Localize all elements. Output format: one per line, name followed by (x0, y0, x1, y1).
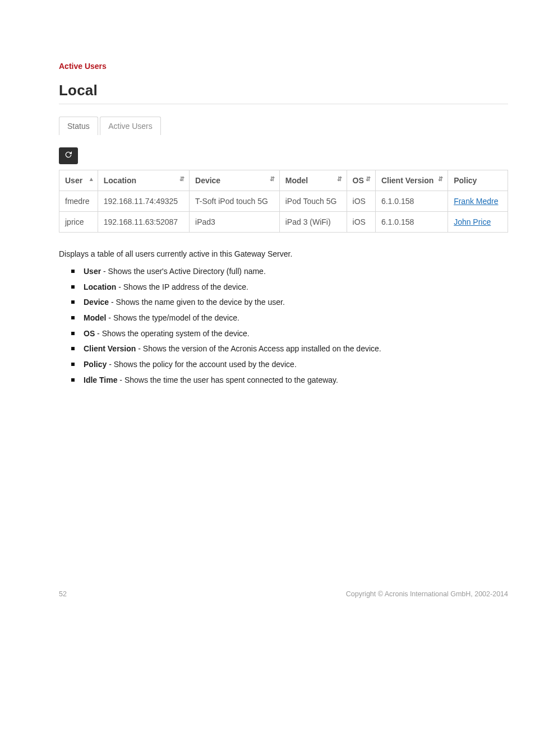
col-location[interactable]: Location ⇵ (98, 170, 189, 191)
page-number: 52 (59, 590, 67, 598)
col-os-label: OS (353, 176, 364, 185)
col-model[interactable]: Model ⇵ (279, 170, 347, 191)
col-device[interactable]: Device ⇵ (190, 170, 280, 191)
policy-link[interactable]: John Price (454, 217, 491, 226)
list-item: Model - Shows the type/model of the devi… (71, 310, 508, 326)
panel-title: Local (59, 78, 508, 104)
field-term: Idle Time (84, 375, 117, 384)
col-policy-label: Policy (454, 176, 477, 185)
page-content: Active Users Local Status Active Users U… (0, 0, 535, 388)
col-user[interactable]: User ▴ (59, 170, 98, 191)
col-client-version[interactable]: Client Version ⇵ (375, 170, 448, 191)
field-term: Client Version (84, 344, 136, 353)
field-desc: - Shows the time the user has spent conn… (117, 375, 338, 384)
description-text: Displays a table of all users currently … (59, 249, 508, 258)
list-item: Idle Time - Shows the time the user has … (71, 373, 508, 388)
cell-user: fmedre (59, 191, 98, 212)
page-footer: 52 Copyright © Acronis International Gmb… (0, 590, 535, 620)
col-user-label: User (65, 176, 82, 185)
sort-icon: ⇵ (337, 176, 341, 182)
cell-policy: John Price (448, 212, 508, 233)
sort-icon: ⇵ (438, 176, 442, 182)
cell-location: 192.168.11.63:52087 (98, 212, 189, 233)
active-users-table: User ▴ Location ⇵ Device ⇵ Model ⇵ OS (59, 170, 508, 233)
field-term: Device (84, 298, 109, 307)
col-model-label: Model (285, 176, 308, 185)
tab-status[interactable]: Status (59, 117, 98, 135)
cell-os: iOS (347, 212, 375, 233)
field-desc: - Shows the name given to the device by … (109, 298, 285, 307)
refresh-button[interactable] (59, 147, 78, 164)
table-row: fmedre 192.168.11.74:49325 T-Soft iPod t… (59, 191, 508, 212)
field-desc: - Shows the policy for the account used … (107, 360, 297, 369)
cell-model: iPad 3 (WiFi) (279, 212, 347, 233)
cell-model: iPod Touch 5G (279, 191, 347, 212)
field-term: Location (84, 282, 116, 291)
sort-icon: ⇵ (270, 176, 274, 182)
table-row: jprice 192.168.11.63:52087 iPad3 iPad 3 … (59, 212, 508, 233)
col-location-label: Location (104, 176, 136, 185)
list-item: OS - Shows the operating system of the d… (71, 326, 508, 342)
field-desc: - Shows the operating system of the devi… (95, 329, 249, 338)
list-item: Policy - Shows the policy for the accoun… (71, 357, 508, 373)
cell-device: iPad3 (190, 212, 280, 233)
refresh-icon (64, 150, 73, 161)
field-term: Policy (84, 360, 107, 369)
copyright-text: Copyright © Acronis International GmbH, … (346, 590, 508, 598)
sort-asc-icon: ▴ (90, 176, 92, 182)
col-policy[interactable]: Policy (448, 170, 508, 191)
field-term: OS (84, 329, 95, 338)
list-item: Location - Shows the IP address of the d… (71, 280, 508, 295)
policy-link[interactable]: Frank Medre (454, 197, 498, 206)
col-os[interactable]: OS ⇵ (347, 170, 375, 191)
field-list: User - Shows the user's Active Directory… (71, 264, 508, 388)
cell-policy: Frank Medre (448, 191, 508, 212)
tab-active-users[interactable]: Active Users (100, 117, 161, 135)
sort-icon: ⇵ (366, 176, 370, 182)
cell-user: jprice (59, 212, 98, 233)
list-item: Client Version - Shows the version of th… (71, 341, 508, 357)
field-desc: - Shows the IP address of the device. (116, 282, 248, 291)
cell-location: 192.168.11.74:49325 (98, 191, 189, 212)
sort-icon: ⇵ (179, 176, 183, 182)
field-desc: - Shows the version of the Acronis Acces… (136, 344, 381, 353)
col-device-label: Device (195, 176, 220, 185)
tabs-row: Status Active Users (59, 117, 508, 135)
col-client-version-label: Client Version (381, 176, 433, 185)
section-heading: Active Users (59, 62, 508, 71)
cell-client-version: 6.1.0.158 (375, 212, 448, 233)
field-desc: - Shows the type/model of the device. (106, 313, 239, 322)
cell-device: T-Soft iPod touch 5G (190, 191, 280, 212)
field-term: Model (84, 313, 106, 322)
table-header-row: User ▴ Location ⇵ Device ⇵ Model ⇵ OS (59, 170, 508, 191)
list-item: Device - Shows the name given to the dev… (71, 295, 508, 310)
list-item: User - Shows the user's Active Directory… (71, 264, 508, 280)
field-term: User (84, 267, 101, 276)
cell-client-version: 6.1.0.158 (375, 191, 448, 212)
cell-os: iOS (347, 191, 375, 212)
field-desc: - Shows the user's Active Directory (ful… (101, 267, 266, 276)
